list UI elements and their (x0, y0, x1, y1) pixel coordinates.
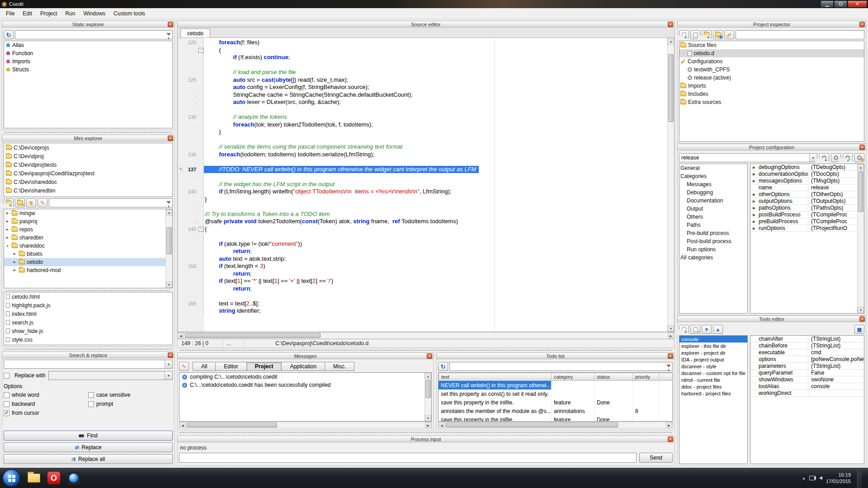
favorite-item[interactable]: C:\Dev\pasproj\Coedit\lazproj\test (4, 169, 172, 178)
category-item[interactable]: Debugging (679, 188, 747, 197)
process-input-header[interactable]: Process input × (177, 436, 675, 442)
scroll-down-icon[interactable]: ▼ (166, 282, 172, 288)
tools-editor-header[interactable]: Tools editor × (677, 315, 866, 322)
panel-close-icon[interactable]: × (859, 22, 865, 27)
property-row[interactable]: ▶ postBuildProcess (TCompileProc (750, 211, 864, 218)
minimize-icon[interactable]: ▁ (821, 1, 834, 8)
tool-item[interactable]: harbored - project files (679, 390, 747, 397)
panel-close-icon[interactable]: × (668, 22, 673, 27)
category-item[interactable]: Categories (679, 172, 747, 180)
checkbox[interactable] (88, 392, 94, 398)
configuration-combobox[interactable]: release ▼ (679, 153, 817, 162)
tool-item[interactable]: explorer - project dir (679, 349, 747, 356)
splitter[interactable] (177, 348, 675, 352)
expand-arrow-icon[interactable]: ▶ (750, 206, 758, 210)
symbol-item[interactable]: Alias (4, 41, 172, 49)
taskbar-explorer-button[interactable] (24, 469, 43, 487)
todo-list-header[interactable]: Todo list × (436, 352, 675, 359)
tool-remove-button[interactable]: − (690, 325, 700, 334)
message-item[interactable]: i compiling C:\...\cetodo\cetodo.coedit (179, 373, 431, 381)
shell-open-button[interactable]: ↯ (26, 198, 36, 207)
tool-item[interactable]: dscanner - custom opt for file (679, 370, 747, 376)
expand-arrow-icon[interactable]: ▶ (750, 179, 758, 183)
speaker-icon[interactable] (819, 476, 822, 480)
scroll-down-icon[interactable]: ▼ (668, 325, 674, 332)
property-row[interactable]: options [poNewConsole,poNew (750, 356, 864, 363)
property-row[interactable]: ▶ messagesOptions (TMsgOpts) (750, 178, 864, 184)
property-value[interactable]: (TDocOpts) (808, 171, 864, 177)
checkbox[interactable] (88, 401, 94, 407)
property-value[interactable]: (TOtherOpts) (808, 191, 864, 197)
editor-tab-cetodo[interactable]: cetodo (180, 28, 210, 38)
property-value[interactable]: (TProjectRunO (808, 225, 864, 231)
add-source-button[interactable]: + (679, 30, 689, 39)
todo-refresh-button[interactable]: ↻ (438, 362, 448, 371)
config-add-button[interactable]: + (819, 153, 829, 162)
scroll-thumb[interactable] (668, 54, 674, 122)
property-row[interactable]: ▶ otherOptions (TOtherOpts) (750, 191, 864, 198)
panel-close-icon[interactable]: × (859, 145, 865, 150)
scroll-thumb[interactable] (425, 380, 431, 398)
menu-item[interactable]: Run (61, 9, 79, 18)
scroll-up-icon[interactable]: ▲ (166, 209, 172, 216)
favorite-item[interactable]: C:\Dev\ceprojs (4, 143, 172, 152)
editor-horizontal-scrollbar[interactable]: ◀ ▶ (177, 332, 675, 339)
taskbar-media-button[interactable] (64, 469, 83, 487)
file-item[interactable]: cetodo.html (4, 292, 172, 301)
messages-vertical-scrollbar[interactable]: ▲ ▼ (425, 373, 431, 421)
messages-tab[interactable]: Editor (215, 362, 246, 371)
filter-icon[interactable] (166, 33, 171, 36)
maximize-icon[interactable] (834, 1, 847, 8)
config-sync-button[interactable]: ✱ (854, 153, 864, 162)
category-item[interactable]: Others (679, 213, 747, 221)
property-row[interactable]: showWindows swoNone (750, 376, 864, 383)
property-value[interactable]: (TPathsOpts) (808, 205, 864, 211)
messages-tab[interactable]: Misc. (325, 362, 354, 371)
tool-item[interactable]: explorer - this file dir (679, 343, 747, 349)
static-filter-input[interactable] (15, 31, 172, 39)
favorite-item[interactable]: C:\Dev\sharedbin (4, 186, 172, 195)
scroll-left-icon[interactable]: ◀ (439, 422, 445, 428)
property-value[interactable]: (TCompileProc (808, 218, 864, 225)
category-item[interactable]: Messages (679, 180, 747, 188)
mini-explorer-header[interactable]: Mini explorer × (2, 135, 175, 141)
inspector-tree-item[interactable]: Includes (679, 90, 864, 98)
scroll-up-icon[interactable]: ▲ (668, 38, 674, 44)
replace-all-button[interactable]: ⇉Replace all (4, 454, 173, 464)
refresh-button[interactable]: ↻ (4, 30, 14, 39)
show-desktop-button[interactable] (857, 468, 862, 488)
checkbox[interactable] (4, 392, 9, 398)
property-row[interactable]: workingDirect (750, 390, 864, 397)
property-row[interactable]: queryParamet False (750, 370, 864, 376)
property-row[interactable]: ▶ outputOptions (TOutputOpts) (750, 198, 864, 205)
scroll-right-icon[interactable]: ▶ (666, 422, 672, 428)
panel-close-icon[interactable]: × (668, 436, 673, 442)
scroll-thumb[interactable] (858, 171, 863, 212)
menu-item[interactable]: File (2, 9, 19, 18)
panel-close-icon[interactable]: × (168, 136, 173, 141)
messages-horizontal-scrollbar[interactable]: ◀ ▶ (179, 422, 432, 428)
property-value[interactable]: (TCompileProc (808, 211, 864, 218)
expand-arrow-icon[interactable]: ▶ (750, 213, 758, 217)
scroll-down-icon[interactable]: ▼ (425, 415, 431, 421)
expander-icon[interactable]: ▶ (5, 228, 10, 231)
property-value[interactable]: (TMsgOpts) (808, 178, 864, 184)
column-header-category[interactable]: category (552, 373, 594, 381)
folder-tree-item[interactable]: ▶ repos (4, 225, 172, 234)
project-configuration-header[interactable]: Project configuration × (677, 144, 866, 150)
search-option[interactable]: prompt (88, 401, 173, 407)
property-value[interactable]: cmd (808, 349, 864, 356)
category-item[interactable]: Paths (679, 221, 747, 229)
property-value[interactable]: (TOutputOpts) (808, 198, 864, 204)
replace-with-checkbox[interactable] (4, 373, 9, 379)
scroll-left-icon[interactable]: ◀ (178, 333, 184, 338)
folder-tree-item[interactable]: ▼ shareddoc (4, 242, 172, 250)
splitter[interactable] (4, 288, 173, 292)
symbol-item[interactable]: Structs (4, 66, 172, 74)
panel-close-icon[interactable]: × (668, 353, 673, 359)
splitter[interactable] (2, 347, 175, 352)
file-item[interactable]: search.js (4, 318, 172, 327)
property-row[interactable]: executable cmd (750, 349, 864, 356)
property-value[interactable]: (TDebugOpts) (808, 164, 864, 170)
filter-icon[interactable] (166, 201, 171, 204)
